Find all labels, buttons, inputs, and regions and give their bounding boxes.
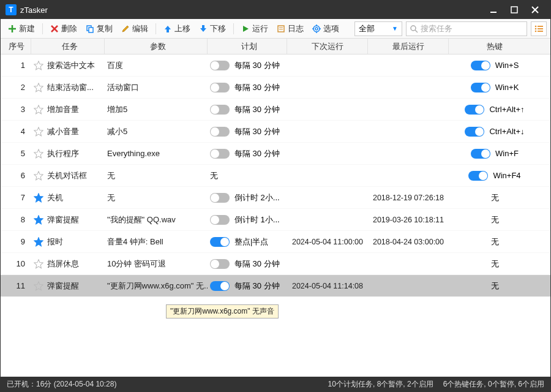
- hotkey-text: 无: [491, 236, 499, 247]
- minimize-button[interactable]: [483, 1, 504, 19]
- plan-text: 无: [210, 170, 218, 181]
- cell-last: 2018-12-19 07:26:18: [368, 194, 449, 202]
- table-row[interactable]: 4减小音量减小5每隔 30 分钟Ctrl+Alt+↓: [1, 121, 550, 143]
- delete-label: 删除: [61, 23, 77, 34]
- table-row[interactable]: 11弹窗提醒"更新刀网www.x6g.com" 无...每隔 30 分钟2024…: [1, 275, 550, 297]
- toggle-switch[interactable]: [471, 149, 490, 159]
- edit-button[interactable]: 编辑: [118, 21, 152, 36]
- svg-rect-1: [511, 7, 517, 13]
- star-icon[interactable]: [34, 215, 43, 225]
- toggle-switch[interactable]: [210, 193, 230, 203]
- hotkey-text: Win+K: [495, 83, 519, 92]
- toggle-switch[interactable]: [210, 259, 230, 269]
- table-row[interactable]: 9报时音量4 钟声: Bell整点|半点2024-05-04 11:00:002…: [1, 231, 550, 253]
- star-icon[interactable]: [34, 259, 43, 269]
- cell-task: 搜索选中文本: [31, 60, 105, 71]
- cell-task: 增加音量: [31, 104, 105, 115]
- star-icon[interactable]: [34, 171, 43, 181]
- grid-header: 序号 任务 参数 计划 下次运行 最后运行 热键: [1, 39, 550, 55]
- moveup-button[interactable]: 上移: [160, 21, 194, 36]
- table-row[interactable]: 1搜索选中文本百度每隔 30 分钟Win+S: [1, 55, 550, 77]
- star-icon[interactable]: [34, 83, 43, 92]
- toggle-switch[interactable]: [468, 171, 488, 181]
- toggle-switch[interactable]: [471, 83, 490, 92]
- maximize-button[interactable]: [504, 1, 525, 19]
- task-name: 关机对话框: [47, 170, 105, 181]
- col-index[interactable]: 序号: [1, 39, 31, 54]
- star-icon[interactable]: [34, 281, 43, 291]
- svg-point-13: [313, 26, 320, 32]
- table-row[interactable]: 10挡屏休息10分钟 密码可退每隔 30 分钟无: [1, 253, 550, 275]
- toggle-switch[interactable]: [210, 149, 230, 159]
- star-icon[interactable]: [34, 193, 43, 203]
- cell-last: 2018-04-24 03:00:00: [368, 238, 449, 246]
- cell-hotkey: Win+F: [449, 149, 541, 159]
- star-icon[interactable]: [34, 237, 43, 247]
- col-plan[interactable]: 计划: [208, 39, 287, 54]
- task-name: 结束活动窗...: [47, 82, 105, 93]
- cell-hotkey: Ctrl+Alt+↑: [449, 105, 541, 115]
- search-input[interactable]: [421, 24, 523, 33]
- svg-point-14: [315, 28, 318, 30]
- plan-text: 每隔 30 分钟: [234, 258, 280, 270]
- copy-button[interactable]: 复制: [82, 21, 116, 36]
- copy-icon: [86, 24, 94, 33]
- plus-icon: [8, 24, 17, 33]
- col-next[interactable]: 下次运行: [287, 39, 368, 54]
- star-icon[interactable]: [34, 127, 43, 137]
- table-row[interactable]: 8弹窗提醒"我的提醒" QQ.wav倒计时 1小...2019-03-26 10…: [1, 209, 550, 231]
- list-view-button[interactable]: [531, 21, 547, 36]
- table-row[interactable]: 6关机对话框无无Win+F4: [1, 165, 550, 187]
- toggle-switch[interactable]: [210, 237, 230, 247]
- table-row[interactable]: 5执行程序Everything.exe每隔 30 分钟Win+F: [1, 143, 550, 165]
- options-button[interactable]: 选项: [309, 21, 343, 36]
- cell-task: 执行程序: [31, 148, 105, 159]
- star-icon[interactable]: [34, 149, 43, 159]
- toggle-switch[interactable]: [210, 83, 230, 92]
- star-icon[interactable]: [34, 61, 43, 70]
- hotkey-text: Win+S: [495, 61, 519, 70]
- cell-index: 9: [1, 237, 31, 246]
- new-button[interactable]: 新建: [4, 21, 39, 36]
- hotkey-text: Win+F: [495, 149, 519, 158]
- run-label: 运行: [252, 23, 268, 34]
- col-task[interactable]: 任务: [31, 39, 105, 54]
- star-icon[interactable]: [34, 105, 43, 115]
- svg-point-19: [411, 26, 416, 31]
- toggle-switch[interactable]: [210, 215, 230, 225]
- col-param[interactable]: 参数: [105, 39, 208, 54]
- col-last[interactable]: 最后运行: [368, 39, 449, 54]
- cell-hotkey: 无: [449, 214, 541, 225]
- plan-text: 每隔 30 分钟: [234, 60, 280, 71]
- hotkey-text: Ctrl+Alt+↓: [489, 127, 524, 136]
- cell-param: 10分钟 密码可退: [105, 258, 208, 270]
- cell-index: 7: [1, 193, 31, 202]
- movedown-button[interactable]: 下移: [195, 21, 230, 36]
- toggle-switch[interactable]: [210, 281, 230, 291]
- toggle-switch[interactable]: [210, 105, 230, 115]
- hotkey-text: 无: [491, 281, 499, 292]
- cell-plan: 每隔 30 分钟: [208, 258, 287, 270]
- col-hotkey[interactable]: 热键: [449, 39, 541, 54]
- task-name: 弹窗提醒: [47, 214, 105, 225]
- options-label: 选项: [323, 23, 339, 34]
- statusbar: 已开机：16分 (2024-05-04 10:28) 10个计划任务, 8个暂停…: [1, 377, 550, 391]
- toggle-switch[interactable]: [210, 61, 230, 70]
- table-row[interactable]: 7关机无倒计时 2小...2018-12-19 07:26:18无: [1, 187, 550, 209]
- table-row[interactable]: 3增加音量增加5每隔 30 分钟Ctrl+Alt+↑: [1, 99, 550, 121]
- toggle-switch[interactable]: [210, 127, 230, 137]
- toggle-switch[interactable]: [465, 105, 484, 115]
- arrow-down-icon: [199, 24, 208, 33]
- task-name: 减小音量: [47, 126, 105, 137]
- toggle-switch[interactable]: [465, 127, 484, 137]
- cell-plan: 每隔 30 分钟: [208, 104, 287, 115]
- log-button[interactable]: 日志: [273, 21, 307, 36]
- close-button[interactable]: [525, 1, 545, 19]
- filter-dropdown[interactable]: 全部 ▼: [354, 21, 402, 36]
- grid-body: 1搜索选中文本百度每隔 30 分钟Win+S2结束活动窗...活动窗口每隔 30…: [1, 55, 550, 377]
- delete-button[interactable]: 删除: [47, 21, 81, 36]
- toggle-switch[interactable]: [471, 61, 490, 70]
- cell-hotkey: 无: [449, 192, 541, 203]
- run-button[interactable]: 运行: [238, 21, 272, 36]
- table-row[interactable]: 2结束活动窗...活动窗口每隔 30 分钟Win+K: [1, 77, 550, 99]
